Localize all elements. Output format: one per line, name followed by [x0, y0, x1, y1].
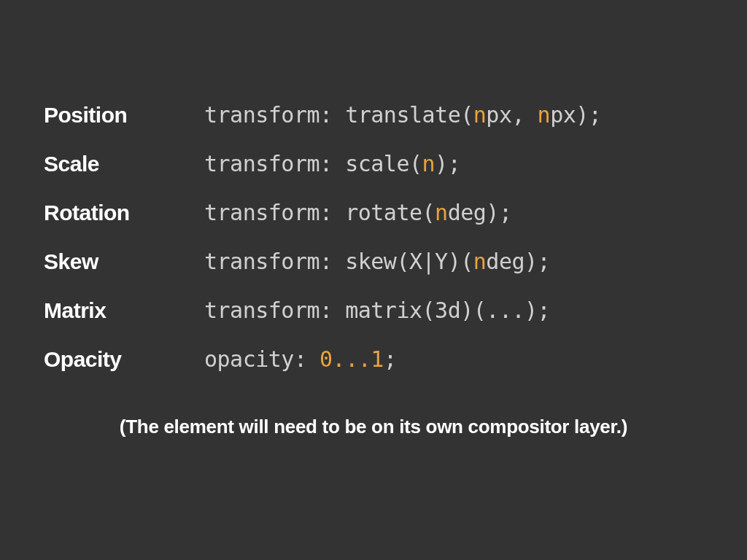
- code-text: deg);: [448, 200, 512, 225]
- row-code: transform: scale(n);: [204, 151, 460, 176]
- table-row: Matrixtransform: matrix(3d)(...);: [44, 298, 703, 323]
- code-text: deg);: [486, 249, 550, 274]
- code-variable: n: [473, 102, 487, 128]
- code-text: );: [435, 151, 460, 176]
- footnote: (The element will need to be on its own …: [44, 416, 703, 438]
- code-text: transform: translate(: [204, 102, 473, 128]
- code-variable: n: [422, 151, 436, 176]
- code-variable: n: [473, 249, 487, 274]
- code-text: px,: [486, 102, 537, 128]
- row-code: transform: skew(X|Y)(ndeg);: [204, 249, 550, 274]
- row-code: transform: rotate(ndeg);: [204, 200, 511, 225]
- code-text: transform: scale(: [204, 151, 422, 176]
- row-code: transform: matrix(3d)(...);: [204, 298, 550, 323]
- row-label: Rotation: [44, 201, 204, 225]
- table-row: Positiontransform: translate(npx, npx);: [44, 102, 703, 128]
- row-code: opacity: 0...1;: [204, 346, 396, 372]
- table-row: Skewtransform: skew(X|Y)(ndeg);: [44, 249, 703, 274]
- row-label: Skew: [44, 249, 204, 274]
- code-text: ;: [384, 346, 397, 372]
- transform-table: Positiontransform: translate(npx, npx);S…: [44, 102, 703, 372]
- code-text: opacity:: [204, 346, 320, 372]
- slide: Positiontransform: translate(npx, npx);S…: [0, 0, 747, 560]
- code-variable: 0...1: [320, 346, 384, 372]
- row-code: transform: translate(npx, npx);: [204, 102, 601, 128]
- code-text: transform: rotate(: [204, 200, 435, 225]
- code-variable: n: [435, 200, 448, 225]
- code-text: transform: matrix(3d)(...);: [204, 298, 550, 323]
- table-row: Opacityopacity: 0...1;: [44, 346, 703, 372]
- code-variable: n: [538, 102, 551, 128]
- table-row: Rotationtransform: rotate(ndeg);: [44, 200, 703, 225]
- row-label: Opacity: [44, 347, 204, 372]
- table-row: Scaletransform: scale(n);: [44, 151, 703, 176]
- row-label: Position: [44, 103, 204, 128]
- code-text: transform: skew(X|Y)(: [204, 249, 473, 274]
- row-label: Matrix: [44, 298, 204, 323]
- row-label: Scale: [44, 152, 204, 176]
- code-text: px);: [550, 102, 601, 128]
